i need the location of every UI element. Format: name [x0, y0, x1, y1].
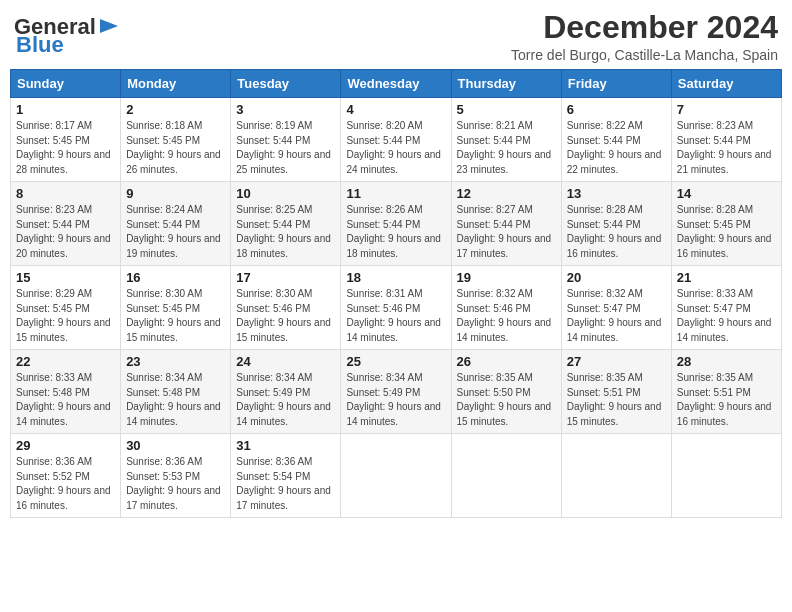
logo-blue-text: Blue: [16, 34, 64, 56]
calendar-cell: 9Sunrise: 8:24 AMSunset: 5:44 PMDaylight…: [121, 182, 231, 266]
calendar-week-row: 29Sunrise: 8:36 AMSunset: 5:52 PMDayligh…: [11, 434, 782, 518]
calendar-cell: 31Sunrise: 8:36 AMSunset: 5:54 PMDayligh…: [231, 434, 341, 518]
calendar-cell: 4Sunrise: 8:20 AMSunset: 5:44 PMDaylight…: [341, 98, 451, 182]
calendar-cell: 17Sunrise: 8:30 AMSunset: 5:46 PMDayligh…: [231, 266, 341, 350]
logo-arrow-icon: [98, 15, 120, 37]
day-number: 12: [457, 186, 556, 201]
day-info: Sunrise: 8:35 AMSunset: 5:51 PMDaylight:…: [567, 371, 666, 429]
day-number: 18: [346, 270, 445, 285]
day-info: Sunrise: 8:34 AMSunset: 5:49 PMDaylight:…: [236, 371, 335, 429]
day-info: Sunrise: 8:30 AMSunset: 5:45 PMDaylight:…: [126, 287, 225, 345]
calendar-cell: 22Sunrise: 8:33 AMSunset: 5:48 PMDayligh…: [11, 350, 121, 434]
calendar-cell: 7Sunrise: 8:23 AMSunset: 5:44 PMDaylight…: [671, 98, 781, 182]
day-number: 10: [236, 186, 335, 201]
calendar-cell: 25Sunrise: 8:34 AMSunset: 5:49 PMDayligh…: [341, 350, 451, 434]
calendar-cell: 15Sunrise: 8:29 AMSunset: 5:45 PMDayligh…: [11, 266, 121, 350]
day-info: Sunrise: 8:34 AMSunset: 5:49 PMDaylight:…: [346, 371, 445, 429]
calendar-cell: 30Sunrise: 8:36 AMSunset: 5:53 PMDayligh…: [121, 434, 231, 518]
day-info: Sunrise: 8:17 AMSunset: 5:45 PMDaylight:…: [16, 119, 115, 177]
day-info: Sunrise: 8:23 AMSunset: 5:44 PMDaylight:…: [677, 119, 776, 177]
day-info: Sunrise: 8:28 AMSunset: 5:45 PMDaylight:…: [677, 203, 776, 261]
day-number: 27: [567, 354, 666, 369]
day-number: 26: [457, 354, 556, 369]
location-title: Torre del Burgo, Castille-La Mancha, Spa…: [511, 47, 778, 63]
day-number: 14: [677, 186, 776, 201]
weekday-header-wednesday: Wednesday: [341, 70, 451, 98]
day-number: 3: [236, 102, 335, 117]
day-number: 17: [236, 270, 335, 285]
calendar-cell: 29Sunrise: 8:36 AMSunset: 5:52 PMDayligh…: [11, 434, 121, 518]
day-number: 22: [16, 354, 115, 369]
calendar-cell: 14Sunrise: 8:28 AMSunset: 5:45 PMDayligh…: [671, 182, 781, 266]
day-number: 19: [457, 270, 556, 285]
day-info: Sunrise: 8:22 AMSunset: 5:44 PMDaylight:…: [567, 119, 666, 177]
day-info: Sunrise: 8:18 AMSunset: 5:45 PMDaylight:…: [126, 119, 225, 177]
calendar-week-row: 8Sunrise: 8:23 AMSunset: 5:44 PMDaylight…: [11, 182, 782, 266]
calendar-cell: 28Sunrise: 8:35 AMSunset: 5:51 PMDayligh…: [671, 350, 781, 434]
day-number: 16: [126, 270, 225, 285]
calendar-cell: 20Sunrise: 8:32 AMSunset: 5:47 PMDayligh…: [561, 266, 671, 350]
day-info: Sunrise: 8:33 AMSunset: 5:48 PMDaylight:…: [16, 371, 115, 429]
day-number: 31: [236, 438, 335, 453]
day-info: Sunrise: 8:27 AMSunset: 5:44 PMDaylight:…: [457, 203, 556, 261]
calendar-cell: [341, 434, 451, 518]
day-number: 8: [16, 186, 115, 201]
day-number: 24: [236, 354, 335, 369]
day-info: Sunrise: 8:23 AMSunset: 5:44 PMDaylight:…: [16, 203, 115, 261]
day-number: 29: [16, 438, 115, 453]
day-number: 7: [677, 102, 776, 117]
calendar-cell: 2Sunrise: 8:18 AMSunset: 5:45 PMDaylight…: [121, 98, 231, 182]
calendar-cell: [451, 434, 561, 518]
day-number: 2: [126, 102, 225, 117]
day-number: 13: [567, 186, 666, 201]
day-number: 15: [16, 270, 115, 285]
day-info: Sunrise: 8:36 AMSunset: 5:53 PMDaylight:…: [126, 455, 225, 513]
day-number: 25: [346, 354, 445, 369]
weekday-header-tuesday: Tuesday: [231, 70, 341, 98]
day-info: Sunrise: 8:20 AMSunset: 5:44 PMDaylight:…: [346, 119, 445, 177]
calendar-cell: [561, 434, 671, 518]
day-number: 23: [126, 354, 225, 369]
calendar-cell: 18Sunrise: 8:31 AMSunset: 5:46 PMDayligh…: [341, 266, 451, 350]
calendar-cell: [671, 434, 781, 518]
day-info: Sunrise: 8:19 AMSunset: 5:44 PMDaylight:…: [236, 119, 335, 177]
calendar-cell: 23Sunrise: 8:34 AMSunset: 5:48 PMDayligh…: [121, 350, 231, 434]
weekday-header-row: SundayMondayTuesdayWednesdayThursdayFrid…: [11, 70, 782, 98]
calendar-cell: 3Sunrise: 8:19 AMSunset: 5:44 PMDaylight…: [231, 98, 341, 182]
day-info: Sunrise: 8:34 AMSunset: 5:48 PMDaylight:…: [126, 371, 225, 429]
day-info: Sunrise: 8:36 AMSunset: 5:52 PMDaylight:…: [16, 455, 115, 513]
day-info: Sunrise: 8:32 AMSunset: 5:46 PMDaylight:…: [457, 287, 556, 345]
calendar-cell: 24Sunrise: 8:34 AMSunset: 5:49 PMDayligh…: [231, 350, 341, 434]
title-block: December 2024 Torre del Burgo, Castille-…: [511, 10, 778, 63]
calendar-cell: 13Sunrise: 8:28 AMSunset: 5:44 PMDayligh…: [561, 182, 671, 266]
calendar-week-row: 22Sunrise: 8:33 AMSunset: 5:48 PMDayligh…: [11, 350, 782, 434]
calendar-cell: 27Sunrise: 8:35 AMSunset: 5:51 PMDayligh…: [561, 350, 671, 434]
calendar-cell: 5Sunrise: 8:21 AMSunset: 5:44 PMDaylight…: [451, 98, 561, 182]
day-info: Sunrise: 8:26 AMSunset: 5:44 PMDaylight:…: [346, 203, 445, 261]
calendar-week-row: 15Sunrise: 8:29 AMSunset: 5:45 PMDayligh…: [11, 266, 782, 350]
logo: General Blue: [14, 16, 120, 56]
calendar-cell: 6Sunrise: 8:22 AMSunset: 5:44 PMDaylight…: [561, 98, 671, 182]
calendar-week-row: 1Sunrise: 8:17 AMSunset: 5:45 PMDaylight…: [11, 98, 782, 182]
calendar-cell: 12Sunrise: 8:27 AMSunset: 5:44 PMDayligh…: [451, 182, 561, 266]
day-number: 4: [346, 102, 445, 117]
day-number: 6: [567, 102, 666, 117]
day-info: Sunrise: 8:36 AMSunset: 5:54 PMDaylight:…: [236, 455, 335, 513]
day-info: Sunrise: 8:24 AMSunset: 5:44 PMDaylight:…: [126, 203, 225, 261]
day-info: Sunrise: 8:28 AMSunset: 5:44 PMDaylight:…: [567, 203, 666, 261]
day-number: 5: [457, 102, 556, 117]
day-number: 30: [126, 438, 225, 453]
calendar-cell: 21Sunrise: 8:33 AMSunset: 5:47 PMDayligh…: [671, 266, 781, 350]
calendar-cell: 1Sunrise: 8:17 AMSunset: 5:45 PMDaylight…: [11, 98, 121, 182]
day-info: Sunrise: 8:30 AMSunset: 5:46 PMDaylight:…: [236, 287, 335, 345]
day-info: Sunrise: 8:33 AMSunset: 5:47 PMDaylight:…: [677, 287, 776, 345]
calendar-table: SundayMondayTuesdayWednesdayThursdayFrid…: [10, 69, 782, 518]
day-number: 21: [677, 270, 776, 285]
weekday-header-sunday: Sunday: [11, 70, 121, 98]
day-info: Sunrise: 8:31 AMSunset: 5:46 PMDaylight:…: [346, 287, 445, 345]
day-info: Sunrise: 8:29 AMSunset: 5:45 PMDaylight:…: [16, 287, 115, 345]
calendar-cell: 19Sunrise: 8:32 AMSunset: 5:46 PMDayligh…: [451, 266, 561, 350]
day-info: Sunrise: 8:35 AMSunset: 5:51 PMDaylight:…: [677, 371, 776, 429]
weekday-header-monday: Monday: [121, 70, 231, 98]
day-number: 1: [16, 102, 115, 117]
